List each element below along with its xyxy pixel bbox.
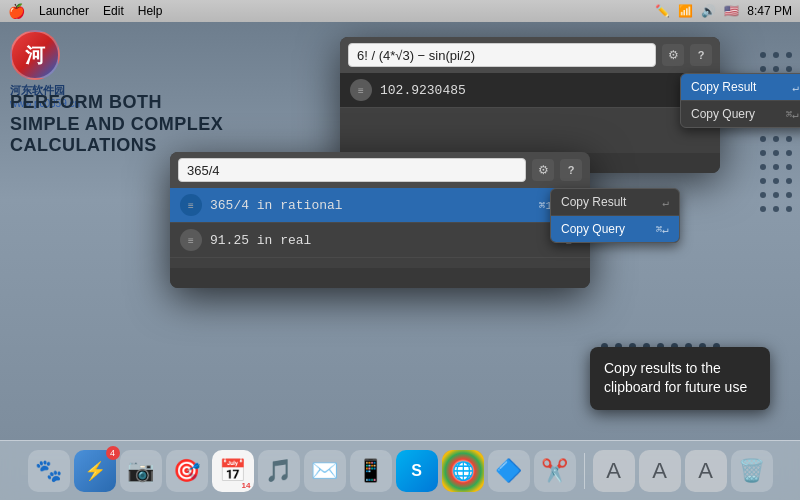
heading-line1: PERFORM BOTH: [10, 92, 223, 114]
dock-phone[interactable]: 📱: [350, 450, 392, 492]
dot: [773, 52, 779, 58]
calc-window-front: ⚙ ? ≡ 365/4 in rational ⌘1 ▼ Copy Result…: [170, 152, 590, 288]
result-icon-front-2: ≡: [180, 229, 202, 251]
copy-result-front[interactable]: Copy Result ↵: [551, 189, 679, 216]
dot: [786, 178, 792, 184]
calc-body-front: ≡ 365/4 in rational ⌘1 ▼ Copy Result ↵ C…: [170, 188, 590, 268]
result-value-front-2: 91.25 in real: [210, 233, 559, 248]
copy-query-back[interactable]: Copy Query ⌘↵: [681, 101, 800, 127]
dock-a2[interactable]: A: [639, 450, 681, 492]
dock-puzzle[interactable]: 🎯: [166, 450, 208, 492]
menubar-launcher[interactable]: Launcher: [39, 4, 89, 18]
heading-line2: SIMPLE AND COMPLEX: [10, 114, 223, 136]
dot: [773, 178, 779, 184]
tooltip-text: Copy results to the clipboard for future…: [604, 360, 747, 396]
menubar-sound-icon: 🔊: [701, 4, 716, 18]
dot: [773, 206, 779, 212]
calc-bottom-front: [170, 268, 590, 288]
dock-trash[interactable]: 🗑️: [731, 450, 773, 492]
dot: [786, 206, 792, 212]
dock-calendar[interactable]: 📅 14: [212, 450, 254, 492]
calc-input-back[interactable]: [348, 43, 656, 67]
main-content: 河 河东软件园 www.pc0359.cn PERFORM BOTH SIMPL…: [0, 22, 800, 440]
calc-header-front: ⚙ ?: [170, 152, 590, 188]
heading: PERFORM BOTH SIMPLE AND COMPLEX CALCULAT…: [10, 92, 223, 157]
menubar-pencil-icon: ✏️: [655, 4, 670, 18]
result-value-back: 102.9230485: [380, 83, 689, 98]
dock-chrome[interactable]: 🌐: [442, 450, 484, 492]
copy-query-front[interactable]: Copy Query ⌘↵: [551, 216, 679, 242]
dock-finder[interactable]: 🐾: [28, 450, 70, 492]
dot: [760, 66, 766, 72]
menubar-time: 8:47 PM: [747, 4, 792, 18]
dock-app1[interactable]: 🔷: [488, 450, 530, 492]
copy-menu-back: Copy Result ↵ Copy Query ⌘↵: [680, 73, 800, 128]
copy-query-shortcut-back: ⌘↵: [786, 108, 799, 121]
menubar-flag-icon: 🇺🇸: [724, 4, 739, 18]
dot: [786, 66, 792, 72]
result-icon-front-1: ≡: [180, 194, 202, 216]
dock-music[interactable]: 🎵: [258, 450, 300, 492]
copy-result-label-front: Copy Result: [561, 195, 626, 209]
dot: [773, 150, 779, 156]
menubar-help[interactable]: Help: [138, 4, 163, 18]
dock: 🐾 ⚡ 4 📷 🎯 📅 14 🎵 ✉️ 📱 S 🌐 🔷 ✂️ A A A 🗑️: [0, 440, 800, 500]
dot: [786, 136, 792, 142]
dot: [773, 192, 779, 198]
dot: [760, 192, 766, 198]
dock-webcam[interactable]: 📷: [120, 450, 162, 492]
dot: [760, 164, 766, 170]
dot: [760, 150, 766, 156]
dock-separator: [584, 453, 585, 489]
dot: [773, 164, 779, 170]
calc-header-back: ⚙ ?: [340, 37, 720, 73]
menubar: 🍎 Launcher Edit Help ✏️ 📶 🔊 🇺🇸 8:47 PM: [0, 0, 800, 22]
apple-menu[interactable]: 🍎: [8, 3, 25, 19]
dot: [760, 136, 766, 142]
result-row-front-2[interactable]: ≡ 91.25 in real ⌘2: [170, 223, 590, 258]
dot: [786, 192, 792, 198]
dot: [773, 66, 779, 72]
dock-launcher[interactable]: ⚡ 4: [74, 450, 116, 492]
menubar-wifi-icon: 📶: [678, 4, 693, 18]
menubar-left: 🍎 Launcher Edit Help: [8, 3, 162, 19]
copy-query-shortcut-front: ⌘↵: [656, 223, 669, 236]
result-value-front-1: 365/4 in rational: [210, 198, 539, 213]
result-row-front-1[interactable]: ≡ 365/4 in rational ⌘1 ▼ Copy Result ↵ C…: [170, 188, 590, 223]
result-icon-back: ≡: [350, 79, 372, 101]
help-button-back[interactable]: ?: [690, 44, 712, 66]
dock-skype[interactable]: S: [396, 450, 438, 492]
copy-menu-front: Copy Result ↵ Copy Query ⌘↵: [550, 188, 680, 243]
dot: [786, 52, 792, 58]
dot: [760, 178, 766, 184]
dot: [786, 164, 792, 170]
menubar-edit[interactable]: Edit: [103, 4, 124, 18]
dot: [773, 136, 779, 142]
copy-result-label-back: Copy Result: [691, 80, 756, 94]
dock-a1[interactable]: A: [593, 450, 635, 492]
gear-button-back[interactable]: ⚙: [662, 44, 684, 66]
dock-mail[interactable]: ✉️: [304, 450, 346, 492]
copy-result-back[interactable]: Copy Result ↵: [681, 74, 800, 101]
gear-button-front[interactable]: ⚙: [532, 159, 554, 181]
result-row-back[interactable]: ≡ 102.9230485 ⌘1 Copy Result ↵ Copy Quer…: [340, 73, 720, 108]
dot: [786, 150, 792, 156]
dot: [760, 52, 766, 58]
tooltip: Copy results to the clipboard for future…: [590, 347, 770, 410]
dot: [760, 206, 766, 212]
dock-a3[interactable]: A: [685, 450, 727, 492]
calc-body-back: ≡ 102.9230485 ⌘1 Copy Result ↵ Copy Quer…: [340, 73, 720, 153]
copy-query-label-front: Copy Query: [561, 222, 625, 236]
menubar-right: ✏️ 📶 🔊 🇺🇸 8:47 PM: [655, 4, 792, 18]
calc-input-front[interactable]: [178, 158, 526, 182]
dock-app2[interactable]: ✂️: [534, 450, 576, 492]
copy-query-label-back: Copy Query: [691, 107, 755, 121]
copy-result-shortcut-back: ↵: [792, 81, 799, 94]
watermark-icon: 河: [10, 30, 60, 80]
copy-result-shortcut-front: ↵: [662, 196, 669, 209]
help-button-front[interactable]: ?: [560, 159, 582, 181]
